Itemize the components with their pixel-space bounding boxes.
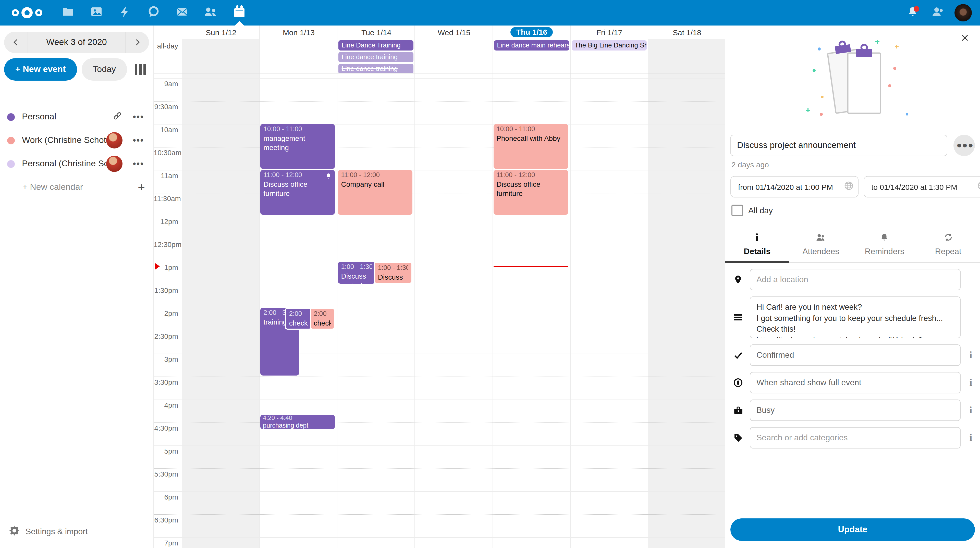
calendar-app-button[interactable] — [231, 0, 248, 25]
grid-line — [154, 78, 725, 79]
calendar-list: Personal•••Work (Christine Schott)•••Per… — [0, 105, 153, 176]
all-day-event[interactable]: Line dance main rehearsal — [494, 40, 569, 51]
calendar-event[interactable]: 11:00 - 12:00Company call — [338, 170, 413, 215]
nextcloud-logo[interactable] — [9, 6, 48, 19]
visibility-info-icon[interactable]: i — [966, 377, 976, 388]
previous-week-button[interactable] — [4, 32, 27, 53]
day-header[interactable]: Thu 1/16 — [492, 25, 570, 39]
calendar-menu-button[interactable]: ••• — [130, 158, 147, 170]
grid-line — [154, 101, 725, 102]
freebusy-info-icon[interactable]: i — [966, 405, 976, 416]
calendar-event[interactable]: 11:00 - 12:00Discuss office furniture — [493, 170, 568, 215]
update-button[interactable]: Update — [730, 518, 975, 541]
event-time: 4:20 - 4:40 — [263, 415, 332, 422]
new-calendar-button[interactable]: + New calendar + — [0, 176, 153, 199]
location-row — [732, 269, 976, 290]
time-grid[interactable]: 9am9:30am10am10:30am11am11:30am12pm12:30… — [154, 73, 725, 548]
event-title-input[interactable] — [730, 135, 947, 156]
calendar-event[interactable]: 1:00 - 1:30Discuss project — [374, 262, 413, 284]
tab-attendees[interactable]: Attendees — [789, 230, 853, 262]
view-mode-button[interactable] — [132, 61, 149, 78]
all-day-event[interactable]: The Big Line Dancing Show — [571, 40, 646, 51]
calendar-event[interactable]: 10:00 - 11:00management meeting — [260, 124, 335, 169]
all-day-column[interactable]: Line dance main rehearsal — [492, 39, 570, 73]
calendar-event[interactable]: 2:00 - 2:30check-in — [310, 308, 335, 330]
all-day-event[interactable]: Line Dance Training — [339, 40, 414, 51]
event-title: Discuss project — [378, 272, 409, 284]
all-day-column[interactable] — [259, 39, 337, 73]
user-avatar[interactable] — [955, 4, 972, 21]
time-label: 5pm — [154, 447, 178, 455]
visibility-select[interactable] — [750, 372, 961, 393]
day-header[interactable]: Sun 1/12 — [182, 25, 260, 39]
day-column[interactable] — [648, 73, 725, 548]
sidebar-calendar-item[interactable]: Work (Christine Schott)••• — [0, 129, 153, 152]
calendar-event[interactable]: 11:00 - 12:00Discuss office furniture — [260, 170, 335, 215]
all-day-checkbox[interactable] — [732, 205, 743, 216]
day-header[interactable]: Tue 1/14 — [337, 25, 415, 39]
activity-app-button[interactable] — [116, 0, 134, 25]
new-event-button[interactable]: + New event — [4, 58, 77, 81]
day-header[interactable]: Wed 1/15 — [415, 25, 493, 39]
freebusy-select[interactable] — [750, 400, 961, 421]
day-column[interactable] — [182, 73, 260, 548]
description-textarea[interactable]: Hi Carl! are you in next week? I got som… — [750, 297, 961, 338]
calendar-icon — [233, 5, 246, 21]
timezone-globe-icon[interactable] — [844, 181, 854, 193]
people-icon — [204, 6, 218, 20]
categories-input[interactable] — [750, 427, 961, 448]
status-select[interactable] — [750, 345, 961, 366]
all-day-column[interactable]: The Big Line Dancing Show — [570, 39, 648, 73]
grid-line — [154, 400, 725, 400]
day-column[interactable] — [570, 73, 648, 548]
folder-icon — [62, 6, 74, 20]
calendar-event[interactable]: 10:00 - 11:00Phonecall with Abby — [493, 124, 568, 169]
today-pill: Thu 1/16 — [511, 27, 553, 37]
photos-app-button[interactable] — [88, 0, 105, 25]
calendar-menu-button[interactable]: ••• — [130, 111, 147, 123]
day-header[interactable]: Sat 1/18 — [648, 25, 726, 39]
timezone-globe-icon[interactable] — [977, 181, 980, 193]
all-day-event[interactable]: Line dance training — [339, 52, 414, 62]
contacts-app-button[interactable] — [202, 0, 220, 25]
next-week-button[interactable] — [126, 32, 149, 53]
contacts-menu-button[interactable] — [929, 0, 947, 25]
sidebar-calendar-item[interactable]: Personal••• — [0, 105, 153, 129]
tab-reminders[interactable]: Reminders — [853, 230, 916, 262]
week-label[interactable]: Week 3 of 2020 — [27, 32, 126, 53]
time-label: 10am — [154, 125, 178, 134]
day-column[interactable] — [415, 73, 493, 548]
tab-repeat[interactable]: Repeat — [916, 230, 980, 262]
event-reminder-bell-icon — [325, 172, 332, 182]
day-column[interactable] — [337, 73, 415, 548]
notifications-button[interactable] — [904, 0, 922, 25]
sidebar-calendar-item[interactable]: Personal (Christine Scho...)••• — [0, 152, 153, 176]
close-panel-button[interactable]: × — [958, 31, 972, 45]
files-app-button[interactable] — [59, 0, 76, 25]
calendar-event[interactable]: 1:00 - 1:30Discuss project announcement — [338, 262, 375, 284]
grid-line — [154, 537, 725, 538]
today-button[interactable]: Today — [81, 58, 127, 81]
tab-details[interactable]: Details — [725, 230, 789, 262]
all-day-column[interactable]: Line Dance TrainingLine dance trainingLi… — [337, 39, 415, 73]
all-day-event[interactable]: Line dance training — [339, 64, 414, 73]
day-header[interactable]: Mon 1/13 — [259, 25, 337, 39]
active-tab-indicator — [725, 261, 789, 263]
start-date-input[interactable] — [737, 182, 841, 192]
more-actions-button[interactable]: ●●● — [953, 135, 975, 156]
all-day-column[interactable] — [648, 39, 725, 73]
settings-import-button[interactable]: Settings & import — [0, 521, 153, 543]
categories-info-icon[interactable]: i — [966, 432, 976, 443]
day-header[interactable]: Fri 1/17 — [570, 25, 648, 39]
share-link-icon[interactable] — [112, 111, 123, 123]
location-input[interactable] — [750, 269, 961, 290]
status-info-icon[interactable]: i — [966, 349, 976, 361]
end-date-input[interactable] — [870, 182, 974, 192]
calendar-menu-button[interactable]: ••• — [130, 135, 147, 146]
all-day-column[interactable] — [415, 39, 492, 73]
mail-app-button[interactable] — [173, 0, 191, 25]
all-day-column[interactable] — [182, 39, 259, 73]
talk-app-button[interactable] — [145, 0, 162, 25]
calendar-event[interactable]: 4:20 - 4:40purchasing dept — [260, 415, 335, 429]
calendar-event[interactable]: 2:00 - 2:30check-in — [285, 308, 312, 330]
